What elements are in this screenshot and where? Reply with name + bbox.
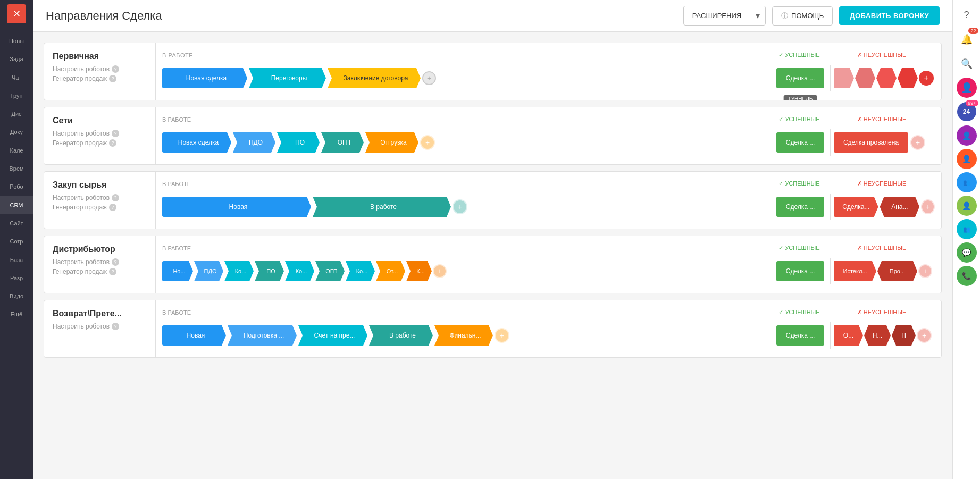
stage-zaklyuchenie[interactable]: Заключение договора xyxy=(328,68,421,88)
avatar-4[interactable]: 👤 xyxy=(957,196,977,216)
sidebar-item-more[interactable]: Ещё xyxy=(0,305,33,323)
stages-header-distributor: В РАБОТЕ ✓ УСПЕШНЫЕ ✗ НЕУСПЕШНЫЕ xyxy=(162,245,935,254)
stage-finaln-vozvrat[interactable]: Финальн... xyxy=(434,325,493,346)
sidebar-item-tasks[interactable]: Зада xyxy=(0,50,33,68)
stage-vrabote-vozvrat[interactable]: В работе xyxy=(369,325,433,346)
fail-stage-distributor-2[interactable]: Про... xyxy=(877,261,917,281)
search-icon: 🔍 xyxy=(961,58,973,70)
add-stage-zakup[interactable]: + xyxy=(453,199,467,214)
sidebar-item-time[interactable]: Врем xyxy=(0,159,33,178)
stage-po-seti[interactable]: ПО xyxy=(277,132,320,153)
fail-stage-3[interactable] xyxy=(876,68,897,88)
extensions-arrow[interactable]: ▾ xyxy=(750,6,765,25)
fail-stage-zakup-1[interactable]: Сделка... xyxy=(834,197,878,217)
stage-success-distributor[interactable]: Сделка ... xyxy=(776,261,824,281)
sales-generator-distributor[interactable]: Генератор продаж ? xyxy=(53,268,147,275)
stage-peregovory[interactable]: Переговоры xyxy=(249,68,326,88)
sidebar-item-docs[interactable]: Доку xyxy=(0,123,33,141)
stage-vrabote-zakup[interactable]: В работе xyxy=(313,197,451,217)
fail-stage-zakup-2[interactable]: Ана... xyxy=(880,197,919,217)
stage-ko3-distributor[interactable]: Ко... xyxy=(346,261,375,281)
fail-stage-vozvrat-3[interactable]: П xyxy=(892,325,916,346)
add-stage-vozvrat[interactable]: + xyxy=(495,328,509,343)
funnel-stages-vozvrat: В РАБОТЕ ✓ УСПЕШНЫЕ ✗ НЕУСПЕШНЫЕ Новая П… xyxy=(156,300,941,357)
stage-ko2-distributor[interactable]: Ко... xyxy=(285,261,314,281)
avatar-chat[interactable]: 💬 xyxy=(957,242,977,263)
users-badge[interactable]: 👥 xyxy=(957,172,977,192)
stage-ogp-distributor[interactable]: ОГП xyxy=(315,261,345,281)
sales-generator-pervichnaya[interactable]: Генератор продаж ? xyxy=(53,75,147,82)
stage-schet-vozvrat[interactable]: Счёт на пре... xyxy=(298,325,367,346)
sales-generator-seti[interactable]: Генератор продаж ? xyxy=(53,139,147,147)
help-button[interactable]: ⓘ ПОМОЩЬ xyxy=(772,6,833,26)
sidebar-item-disk[interactable]: Дис xyxy=(0,105,33,123)
stage-ko1-distributor[interactable]: Ко... xyxy=(224,261,254,281)
search-btn[interactable]: 🔍 xyxy=(956,53,977,74)
fail-stage-vozvrat-2[interactable]: Н... xyxy=(864,325,891,346)
sidebar-item-chat[interactable]: Чат xyxy=(0,69,33,87)
stage-novaya-vozvrat[interactable]: Новая xyxy=(162,325,226,346)
sidebar-item-crm[interactable]: CRM xyxy=(0,196,33,214)
avatar-2[interactable]: 👤 xyxy=(957,125,977,146)
help-btn[interactable]: ? xyxy=(956,4,977,26)
configure-robots-zakup[interactable]: Настроить роботов ? xyxy=(53,194,147,201)
fail-stage-add[interactable]: + xyxy=(919,71,934,86)
counter-btn[interactable]: 24 99+ xyxy=(956,101,977,122)
stage-ot-distributor[interactable]: От... xyxy=(376,261,405,281)
sidebar-item-new[interactable]: Новы xyxy=(0,32,33,50)
fail-stage-distributor-1[interactable]: Истекл... xyxy=(834,261,876,281)
call-btn[interactable]: 📞 xyxy=(957,266,977,286)
close-button[interactable]: ✕ xyxy=(7,4,26,23)
add-work-stage[interactable]: + xyxy=(422,71,436,85)
avatar-3[interactable]: 👤 xyxy=(957,149,977,169)
configure-robots-seti[interactable]: Настроить роботов ? xyxy=(53,130,147,137)
fail-stage-4[interactable] xyxy=(898,68,918,88)
stage-novaya-seti[interactable]: Новая сделка xyxy=(162,132,231,153)
fail-stage-2[interactable] xyxy=(855,68,875,88)
fail-stage-vozvrat-1[interactable]: О... xyxy=(834,325,863,346)
stage-success-seti[interactable]: Сделка ... xyxy=(776,132,824,153)
sidebar-item-base[interactable]: База xyxy=(0,251,33,269)
stage-no-distributor[interactable]: Но... xyxy=(162,261,193,281)
stage-k-distributor[interactable]: К... xyxy=(406,261,432,281)
fail-add-zakup[interactable]: + xyxy=(921,199,935,214)
sidebar-item-dev[interactable]: Разр xyxy=(0,269,33,287)
sidebar-item-sites[interactable]: Сайт xyxy=(0,214,33,232)
tunnel-tooltip: ТУННЕЛЬ xyxy=(784,95,817,100)
stage-novaya-zakup[interactable]: Новая xyxy=(162,197,311,217)
stage-po-distributor[interactable]: ПО xyxy=(255,261,284,281)
fail-stage-seti-1[interactable]: Сделка провалена xyxy=(834,132,908,153)
sales-generator-zakup[interactable]: Генератор продаж ? xyxy=(53,204,147,211)
fail-stage-1[interactable] xyxy=(834,68,854,88)
add-funnel-button[interactable]: ДОБАВИТЬ ВОРОНКУ xyxy=(839,6,940,25)
sidebar-item-calendar[interactable]: Кале xyxy=(0,141,33,159)
stage-podgotovka-vozvrat[interactable]: Подготовка ... xyxy=(228,325,297,346)
configure-robots-distributor[interactable]: Настроить роботов ? xyxy=(53,258,147,266)
stage-success-zakup[interactable]: Сделка ... xyxy=(776,197,824,217)
avatar-1[interactable]: 👤 xyxy=(957,78,977,98)
stage-success-vozvrat[interactable]: Сделка ... xyxy=(776,325,824,346)
fail-add-distributor[interactable]: + xyxy=(918,264,932,278)
sidebar-item-video[interactable]: Видо xyxy=(0,287,33,305)
page-title: Направления Сделка xyxy=(46,9,162,23)
sidebar-item-coworkers[interactable]: Сотр xyxy=(0,232,33,250)
stage-success[interactable]: Сделка ... xyxy=(776,68,824,88)
fail-add-vozvrat[interactable]: + xyxy=(917,328,932,343)
stage-novaya-sdelka[interactable]: Новая сделка xyxy=(162,68,247,88)
configure-robots-vozvrat[interactable]: Настроить роботов ? xyxy=(53,323,147,330)
notifications-btn[interactable]: 🔔 22 xyxy=(956,29,977,50)
stage-pdo-seti[interactable]: ПДО xyxy=(233,132,275,153)
fail-add-seti[interactable]: + xyxy=(910,135,925,150)
extensions-label[interactable]: РАСШИРЕНИЯ xyxy=(684,7,750,24)
extensions-button[interactable]: РАСШИРЕНИЯ ▾ xyxy=(683,6,766,26)
users-online[interactable]: 👥 xyxy=(957,219,977,239)
sidebar-item-robots[interactable]: Робо xyxy=(0,178,33,196)
stage-pdo-distributor[interactable]: ПДО xyxy=(194,261,223,281)
sidebar-item-groups[interactable]: Груп xyxy=(0,87,33,105)
add-stage-seti[interactable]: + xyxy=(420,135,435,150)
divider-fail-vozvrat xyxy=(830,322,831,349)
stage-ogp-seti[interactable]: ОГП xyxy=(321,132,364,153)
add-stage-distributor[interactable]: + xyxy=(433,264,447,278)
configure-robots-pervichnaya[interactable]: Настроить роботов ? xyxy=(53,65,147,73)
stage-otgruzka-seti[interactable]: Отгрузка xyxy=(365,132,418,153)
